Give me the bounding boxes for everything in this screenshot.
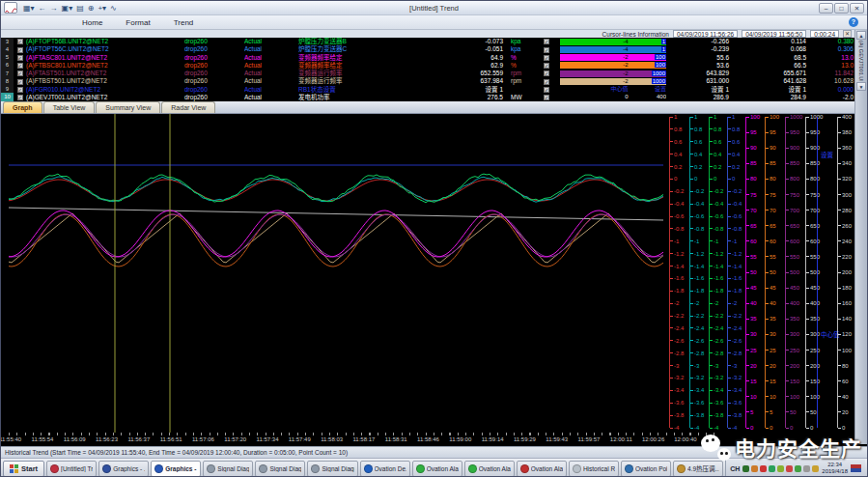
tray-icon-3[interactable] xyxy=(769,465,775,472)
row-checkbox[interactable]: ✓ xyxy=(14,54,26,62)
tray-icon-5[interactable] xyxy=(786,465,793,472)
taskbar-button-11[interactable]: Ovation Poi... xyxy=(621,461,671,477)
view-tab-radar-view[interactable]: Radar View xyxy=(161,101,215,113)
axis-tick-label: -2 xyxy=(690,300,699,306)
table-row[interactable]: 3✓(A)FTOPT56B.UNIT2@NET2drop260Actual炉膛压… xyxy=(1,38,854,45)
tray-icon-1[interactable] xyxy=(751,465,758,472)
taskbar-button-5[interactable]: Signal Diagr... xyxy=(307,461,357,477)
tray-icon-7[interactable] xyxy=(803,465,810,472)
row-checkbox[interactable]: ✓ xyxy=(14,86,26,94)
chart-style-icon[interactable]: ▦▾ xyxy=(23,4,35,13)
time-tick-label: 11:59:43 xyxy=(541,436,573,442)
row-checkbox[interactable]: ✓ xyxy=(14,45,26,53)
axis-tick-label: -3.6 xyxy=(670,400,684,406)
close-button[interactable]: ✕ xyxy=(850,3,864,14)
scale-checkbox[interactable]: ✓ xyxy=(533,45,560,53)
taskbar-button-0[interactable]: [Untitled] Tr... xyxy=(46,461,97,477)
axis-tick-label: 500 xyxy=(786,269,799,275)
taskbar-button-9[interactable]: Ovation Ala... xyxy=(517,461,567,477)
add-signal-icon[interactable]: +▾ xyxy=(98,4,106,13)
tray-icon-8[interactable] xyxy=(812,465,819,472)
axis-tick-label: -1.8 xyxy=(690,288,704,294)
back-arrow-icon[interactable]: ← xyxy=(39,4,46,13)
row-checkbox[interactable]: ✓ xyxy=(14,77,26,85)
zoom-icon[interactable]: ⊕ xyxy=(88,4,95,13)
table-row[interactable]: 5✓(A)FTASC801.UNIT2@NET2drop260Actual变频器… xyxy=(1,54,854,62)
minimize-button[interactable]: – xyxy=(819,3,833,14)
taskbar-button-6[interactable]: Ovation De... xyxy=(360,461,410,477)
taskbar-button-4[interactable]: Signal Diagr... xyxy=(255,461,305,477)
signal-value: 62.9 xyxy=(422,62,508,70)
axis-tick-label: 240 xyxy=(838,238,852,244)
scale-checkbox[interactable]: ✓ xyxy=(533,86,560,94)
axis-tick-label: -4 xyxy=(728,425,737,431)
row-checkbox[interactable]: ✓ xyxy=(14,70,26,77)
scale-checkbox[interactable]: ✓ xyxy=(533,77,560,85)
row-checkbox[interactable]: ✓ xyxy=(14,62,26,70)
scroll-down-icon[interactable]: ▼ xyxy=(856,82,866,91)
axis-tick-label: -0.6 xyxy=(690,213,704,219)
trend-line-icon[interactable]: ∿ xyxy=(110,4,117,13)
cursor1-timestamp: 04/09/2019 11:56:26 xyxy=(673,30,738,38)
axis-tick-label: -3.8 xyxy=(728,412,742,418)
view-tab-graph[interactable]: Graph xyxy=(3,101,42,113)
taskbar-button-1[interactable]: Graphics - ... xyxy=(98,461,149,477)
scale-checkbox[interactable]: ✓ xyxy=(533,54,560,62)
language-indicator[interactable]: CH xyxy=(730,465,740,472)
table-row[interactable]: 4✓(A)FTOPT56C.UNIT2@NET2drop260Actual炉膛压… xyxy=(1,45,854,53)
start-button[interactable]: Start xyxy=(3,461,44,477)
axis-tick-label: 1 xyxy=(690,114,697,120)
tray-flag-icon[interactable] xyxy=(851,464,861,472)
menu-tab-home[interactable]: Home xyxy=(70,15,114,30)
table-row[interactable]: 8✓(A)FTBST501.UNIT2@NET2drop260Actual变频器… xyxy=(1,77,854,85)
view-tab-summary-view[interactable]: Summary View xyxy=(96,101,160,113)
trend-chart-area[interactable]: 10.80.60.40.20-0.2-0.4-0.6-0.8-1-1.2-1.4… xyxy=(1,114,854,433)
axis-tick-label: -2 xyxy=(728,300,737,306)
row-checkbox[interactable]: ✓ xyxy=(14,38,26,45)
table-row[interactable]: 6✓(A)FTBSC801.UNIT2@NET2drop260Actual变频器… xyxy=(1,62,854,70)
tray-icon-2[interactable] xyxy=(760,465,767,472)
table-scrollbar[interactable]: ▲ (A) GEVJT001.UNIT2@NET2 [10] ▼ xyxy=(854,30,867,444)
help-icon[interactable]: ? xyxy=(849,17,858,27)
row-checkbox[interactable]: ✓ xyxy=(14,94,26,101)
maximize-button[interactable]: □ xyxy=(834,3,849,14)
axis-tick-label: 90 xyxy=(746,145,757,151)
taskbar-button-10[interactable]: Historical R... xyxy=(569,461,619,477)
signal-mode: Actual xyxy=(244,62,298,70)
taskbar-button-3[interactable]: Signal Diagr... xyxy=(203,461,253,477)
taskbar-clock[interactable]: 22:34 2019/4/18 xyxy=(822,462,848,475)
y-axis-2: 10.80.60.40.20-0.2-0.4-0.6-0.8-1-1.2-1.4… xyxy=(709,117,728,428)
scale-checkbox[interactable]: ✓ xyxy=(533,70,560,77)
axis-tick-label: -3 xyxy=(728,363,737,369)
view-tab-table-view[interactable]: Table View xyxy=(43,101,96,113)
tray-icon-6[interactable] xyxy=(795,465,801,472)
forward-arrow-icon[interactable]: → xyxy=(50,4,58,13)
taskbar-button-2[interactable]: Graphics - ... xyxy=(151,461,201,477)
axis-tick-label: 75 xyxy=(746,192,757,198)
axis-tick-label: 55 xyxy=(766,254,776,260)
scale-checkbox[interactable]: ✓ xyxy=(533,62,560,70)
export-image-icon[interactable]: ▣▾ xyxy=(62,4,73,13)
menu-tab-format[interactable]: Format xyxy=(114,15,161,30)
time-tick-label: 12:00:11 xyxy=(605,436,637,442)
table-row[interactable]: 9✓(A)FGR010.UNIT2@NET2drop260ActualRB1状态… xyxy=(1,86,854,94)
tray-icon-0[interactable] xyxy=(742,465,749,472)
signal-value: 276.5 xyxy=(422,94,508,101)
taskbar-button-8[interactable]: Ovation Ala... xyxy=(464,461,515,477)
cursor-info-close-button[interactable]: ✕ xyxy=(843,30,852,38)
range-bar: 中心值设置 xyxy=(560,86,666,94)
grid-view-icon[interactable]: ▤ xyxy=(76,4,84,13)
scroll-up-icon[interactable]: ▲ xyxy=(856,31,866,40)
table-row[interactable]: 10✓(A)GEVJT001.UNIT2@NET2drop260Actual发电… xyxy=(1,94,854,101)
signal-units: % xyxy=(508,54,533,62)
taskbar-button-7[interactable]: Ovation Ala... xyxy=(412,461,462,477)
tray-icon-4[interactable] xyxy=(777,465,784,472)
taskbar-button-12[interactable]: 4.9热压调... xyxy=(673,461,723,477)
menu-tab-trend[interactable]: Trend xyxy=(162,15,206,30)
range-bar: -41 xyxy=(560,45,666,53)
scale-checkbox[interactable]: ✓ xyxy=(533,38,560,45)
axis-tick-label: 100 xyxy=(786,394,799,400)
table-row[interactable]: 7✓(A)FTAST501.UNIT2@NET2drop260Actual变频器… xyxy=(1,70,854,77)
view-tabs: GraphTable ViewSummary ViewRadar View xyxy=(1,101,867,114)
scale-checkbox[interactable]: ✓ xyxy=(533,94,560,101)
